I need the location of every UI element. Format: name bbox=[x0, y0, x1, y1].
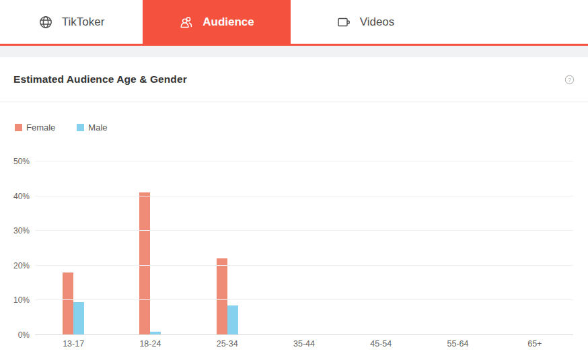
tab-audience[interactable]: Audience bbox=[143, 0, 291, 44]
legend-label: Female bbox=[26, 122, 55, 133]
panel-title: Estimated Audience Age & Gender bbox=[13, 73, 187, 85]
tab-videos[interactable]: Videos bbox=[291, 0, 440, 44]
chart-legend: Female Male bbox=[15, 122, 588, 133]
bar-group-45-54 bbox=[342, 161, 419, 335]
bar-group-18-24 bbox=[112, 161, 188, 335]
x-tick-65+: 65+ bbox=[497, 339, 573, 349]
people-icon bbox=[179, 15, 194, 30]
x-axis-labels: 13-1718-2425-3435-4445-5455-6465+ bbox=[35, 339, 573, 349]
bar-group-25-34 bbox=[189, 161, 266, 335]
y-tick-40%: 40% bbox=[0, 192, 30, 201]
x-tick-13-17: 13-17 bbox=[35, 339, 112, 349]
x-tick-25-34: 25-34 bbox=[189, 339, 266, 349]
gridline-40% bbox=[35, 196, 573, 196]
bar-male-13-17[interactable] bbox=[73, 302, 84, 335]
bar-female-13-17[interactable] bbox=[63, 272, 73, 335]
chart-plot-area bbox=[35, 161, 573, 335]
bar-female-18-24[interactable] bbox=[139, 192, 150, 335]
x-tick-35-44: 35-44 bbox=[266, 339, 342, 349]
tab-label: TikToker bbox=[62, 15, 105, 29]
tab-label: Audience bbox=[203, 15, 254, 29]
bar-group-65+ bbox=[497, 161, 573, 335]
svg-text:?: ? bbox=[568, 76, 571, 83]
y-tick-30%: 30% bbox=[0, 226, 30, 235]
y-tick-50%: 50% bbox=[0, 157, 30, 166]
y-tick-10%: 10% bbox=[0, 295, 30, 305]
x-tick-45-54: 45-54 bbox=[342, 339, 419, 349]
audience-panel: Estimated Audience Age & Gender ? Female… bbox=[0, 57, 588, 349]
video-camera-icon bbox=[336, 15, 351, 30]
tab-label: Videos bbox=[360, 15, 395, 29]
question-circle-icon[interactable]: ? bbox=[564, 75, 575, 85]
y-tick-0%: 0% bbox=[0, 330, 30, 340]
y-tick-20%: 20% bbox=[0, 261, 30, 270]
page-background-band bbox=[0, 46, 588, 57]
bar-group-13-17 bbox=[35, 161, 112, 335]
panel-header: Estimated Audience Age & Gender ? bbox=[0, 57, 588, 102]
female-swatch bbox=[15, 124, 22, 131]
bar-male-25-34[interactable] bbox=[227, 305, 238, 335]
male-swatch bbox=[77, 124, 84, 131]
legend-item-female[interactable]: Female bbox=[15, 122, 55, 133]
x-tick-18-24: 18-24 bbox=[112, 339, 188, 349]
tab-bar: TikToker Audience Videos bbox=[0, 0, 588, 44]
legend-item-male[interactable]: Male bbox=[77, 122, 107, 133]
tab-tiktoker[interactable]: TikToker bbox=[0, 0, 143, 44]
age-gender-bar-chart: 0%10%20%30%40%50% bbox=[0, 161, 588, 335]
x-axis-line bbox=[35, 334, 573, 335]
legend-label: Male bbox=[88, 122, 107, 133]
gridline-20% bbox=[35, 265, 573, 266]
bar-group-55-64 bbox=[419, 161, 496, 335]
gridline-10% bbox=[35, 299, 573, 300]
bar-female-25-34[interactable] bbox=[217, 258, 227, 335]
gridline-30% bbox=[35, 230, 573, 231]
globe-icon bbox=[38, 15, 53, 30]
x-tick-55-64: 55-64 bbox=[419, 339, 496, 349]
gridline-50% bbox=[35, 161, 573, 161]
bar-group-35-44 bbox=[266, 161, 342, 335]
